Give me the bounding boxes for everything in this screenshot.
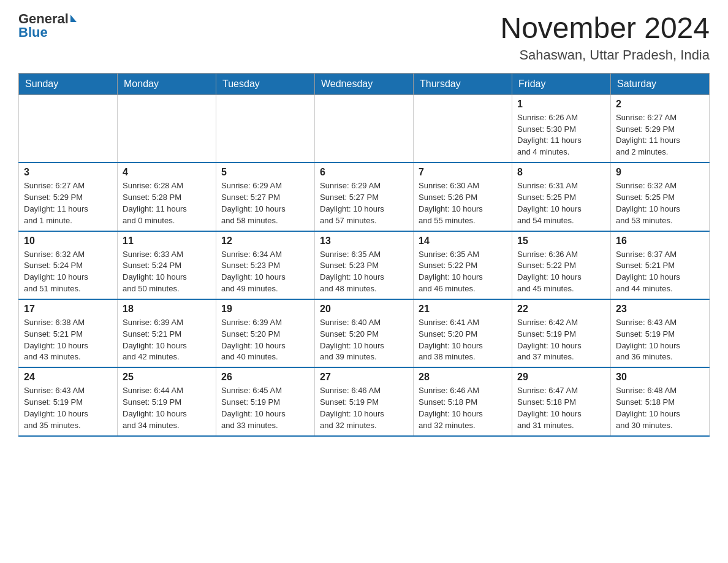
weekday-header-sunday: Sunday <box>19 73 118 94</box>
week-row-3: 10Sunrise: 6:32 AM Sunset: 5:24 PM Dayli… <box>19 231 710 299</box>
day-number: 10 <box>24 236 112 247</box>
day-info: Sunrise: 6:33 AM Sunset: 5:24 PM Dayligh… <box>123 249 211 295</box>
day-number: 7 <box>419 167 507 178</box>
calendar-cell: 26Sunrise: 6:45 AM Sunset: 5:19 PM Dayli… <box>216 367 315 435</box>
calendar-cell <box>19 94 118 163</box>
day-number: 22 <box>517 304 605 315</box>
day-info: Sunrise: 6:44 AM Sunset: 5:19 PM Dayligh… <box>123 385 211 431</box>
calendar-cell: 21Sunrise: 6:41 AM Sunset: 5:20 PM Dayli… <box>414 299 512 367</box>
calendar-cell: 4Sunrise: 6:28 AM Sunset: 5:28 PM Daylig… <box>118 163 216 231</box>
day-info: Sunrise: 6:48 AM Sunset: 5:18 PM Dayligh… <box>616 385 704 431</box>
weekday-header-thursday: Thursday <box>414 73 512 94</box>
day-info: Sunrise: 6:35 AM Sunset: 5:22 PM Dayligh… <box>419 249 507 295</box>
day-number: 26 <box>221 372 309 383</box>
calendar-cell: 19Sunrise: 6:39 AM Sunset: 5:20 PM Dayli… <box>216 299 315 367</box>
day-info: Sunrise: 6:36 AM Sunset: 5:22 PM Dayligh… <box>517 249 605 295</box>
calendar-cell <box>414 94 512 163</box>
day-info: Sunrise: 6:39 AM Sunset: 5:21 PM Dayligh… <box>123 317 211 363</box>
calendar-cell: 16Sunrise: 6:37 AM Sunset: 5:21 PM Dayli… <box>611 231 710 299</box>
day-number: 1 <box>517 99 605 110</box>
calendar-cell: 10Sunrise: 6:32 AM Sunset: 5:24 PM Dayli… <box>19 231 118 299</box>
day-info: Sunrise: 6:29 AM Sunset: 5:27 PM Dayligh… <box>221 180 309 226</box>
day-number: 29 <box>517 372 605 383</box>
week-row-2: 3Sunrise: 6:27 AM Sunset: 5:29 PM Daylig… <box>19 163 710 231</box>
calendar-cell: 25Sunrise: 6:44 AM Sunset: 5:19 PM Dayli… <box>118 367 216 435</box>
day-number: 5 <box>221 167 309 178</box>
day-info: Sunrise: 6:47 AM Sunset: 5:18 PM Dayligh… <box>517 385 605 431</box>
day-info: Sunrise: 6:37 AM Sunset: 5:21 PM Dayligh… <box>616 249 704 295</box>
day-info: Sunrise: 6:42 AM Sunset: 5:19 PM Dayligh… <box>517 317 605 363</box>
day-number: 14 <box>419 236 507 247</box>
weekday-header-friday: Friday <box>512 73 611 94</box>
day-number: 20 <box>320 304 408 315</box>
day-info: Sunrise: 6:46 AM Sunset: 5:19 PM Dayligh… <box>320 385 408 431</box>
title-area: November 2024 Sahaswan, Uttar Pradesh, I… <box>500 12 710 63</box>
day-info: Sunrise: 6:43 AM Sunset: 5:19 PM Dayligh… <box>616 317 704 363</box>
logo-blue-text: Blue <box>18 26 48 39</box>
calendar-table: SundayMondayTuesdayWednesdayThursdayFrid… <box>18 73 710 437</box>
day-number: 16 <box>616 236 704 247</box>
day-info: Sunrise: 6:30 AM Sunset: 5:26 PM Dayligh… <box>419 180 507 226</box>
day-info: Sunrise: 6:32 AM Sunset: 5:25 PM Dayligh… <box>616 180 704 226</box>
day-info: Sunrise: 6:27 AM Sunset: 5:29 PM Dayligh… <box>616 112 704 158</box>
calendar-header-row: SundayMondayTuesdayWednesdayThursdayFrid… <box>19 73 710 94</box>
calendar-cell: 18Sunrise: 6:39 AM Sunset: 5:21 PM Dayli… <box>118 299 216 367</box>
day-number: 27 <box>320 372 408 383</box>
calendar-cell <box>315 94 414 163</box>
calendar-cell: 11Sunrise: 6:33 AM Sunset: 5:24 PM Dayli… <box>118 231 216 299</box>
day-info: Sunrise: 6:31 AM Sunset: 5:25 PM Dayligh… <box>517 180 605 226</box>
calendar-cell: 30Sunrise: 6:48 AM Sunset: 5:18 PM Dayli… <box>611 367 710 435</box>
logo-triangle-icon <box>70 15 77 22</box>
calendar-cell: 1Sunrise: 6:26 AM Sunset: 5:30 PM Daylig… <box>512 94 611 163</box>
day-number: 4 <box>123 167 211 178</box>
day-number: 23 <box>616 304 704 315</box>
day-number: 13 <box>320 236 408 247</box>
day-info: Sunrise: 6:28 AM Sunset: 5:28 PM Dayligh… <box>123 180 211 226</box>
day-number: 17 <box>24 304 112 315</box>
day-info: Sunrise: 6:29 AM Sunset: 5:27 PM Dayligh… <box>320 180 408 226</box>
calendar-cell: 27Sunrise: 6:46 AM Sunset: 5:19 PM Dayli… <box>315 367 414 435</box>
day-number: 18 <box>123 304 211 315</box>
day-info: Sunrise: 6:40 AM Sunset: 5:20 PM Dayligh… <box>320 317 408 363</box>
day-info: Sunrise: 6:46 AM Sunset: 5:18 PM Dayligh… <box>419 385 507 431</box>
week-row-4: 17Sunrise: 6:38 AM Sunset: 5:21 PM Dayli… <box>19 299 710 367</box>
calendar-cell <box>118 94 216 163</box>
day-number: 12 <box>221 236 309 247</box>
week-row-1: 1Sunrise: 6:26 AM Sunset: 5:30 PM Daylig… <box>19 94 710 163</box>
month-title: November 2024 <box>500 12 710 45</box>
calendar-cell: 7Sunrise: 6:30 AM Sunset: 5:26 PM Daylig… <box>414 163 512 231</box>
calendar-cell: 9Sunrise: 6:32 AM Sunset: 5:25 PM Daylig… <box>611 163 710 231</box>
calendar-cell: 29Sunrise: 6:47 AM Sunset: 5:18 PM Dayli… <box>512 367 611 435</box>
day-number: 21 <box>419 304 507 315</box>
day-info: Sunrise: 6:43 AM Sunset: 5:19 PM Dayligh… <box>24 385 112 431</box>
day-info: Sunrise: 6:45 AM Sunset: 5:19 PM Dayligh… <box>221 385 309 431</box>
day-number: 19 <box>221 304 309 315</box>
location-text: Sahaswan, Uttar Pradesh, India <box>500 47 710 63</box>
day-number: 25 <box>123 372 211 383</box>
calendar-cell: 13Sunrise: 6:35 AM Sunset: 5:23 PM Dayli… <box>315 231 414 299</box>
weekday-header-tuesday: Tuesday <box>216 73 315 94</box>
calendar-cell: 20Sunrise: 6:40 AM Sunset: 5:20 PM Dayli… <box>315 299 414 367</box>
day-number: 24 <box>24 372 112 383</box>
day-info: Sunrise: 6:26 AM Sunset: 5:30 PM Dayligh… <box>517 112 605 158</box>
weekday-header-monday: Monday <box>118 73 216 94</box>
calendar-cell: 5Sunrise: 6:29 AM Sunset: 5:27 PM Daylig… <box>216 163 315 231</box>
day-info: Sunrise: 6:41 AM Sunset: 5:20 PM Dayligh… <box>419 317 507 363</box>
weekday-header-wednesday: Wednesday <box>315 73 414 94</box>
calendar-cell: 24Sunrise: 6:43 AM Sunset: 5:19 PM Dayli… <box>19 367 118 435</box>
day-number: 11 <box>123 236 211 247</box>
calendar-cell: 6Sunrise: 6:29 AM Sunset: 5:27 PM Daylig… <box>315 163 414 231</box>
calendar-cell: 15Sunrise: 6:36 AM Sunset: 5:22 PM Dayli… <box>512 231 611 299</box>
day-info: Sunrise: 6:38 AM Sunset: 5:21 PM Dayligh… <box>24 317 112 363</box>
calendar-cell: 14Sunrise: 6:35 AM Sunset: 5:22 PM Dayli… <box>414 231 512 299</box>
calendar-cell: 17Sunrise: 6:38 AM Sunset: 5:21 PM Dayli… <box>19 299 118 367</box>
day-info: Sunrise: 6:32 AM Sunset: 5:24 PM Dayligh… <box>24 249 112 295</box>
calendar-cell: 8Sunrise: 6:31 AM Sunset: 5:25 PM Daylig… <box>512 163 611 231</box>
week-row-5: 24Sunrise: 6:43 AM Sunset: 5:19 PM Dayli… <box>19 367 710 435</box>
calendar-cell: 2Sunrise: 6:27 AM Sunset: 5:29 PM Daylig… <box>611 94 710 163</box>
calendar-cell: 22Sunrise: 6:42 AM Sunset: 5:19 PM Dayli… <box>512 299 611 367</box>
logo: General Blue <box>18 12 77 39</box>
day-info: Sunrise: 6:34 AM Sunset: 5:23 PM Dayligh… <box>221 249 309 295</box>
day-number: 3 <box>24 167 112 178</box>
day-info: Sunrise: 6:39 AM Sunset: 5:20 PM Dayligh… <box>221 317 309 363</box>
